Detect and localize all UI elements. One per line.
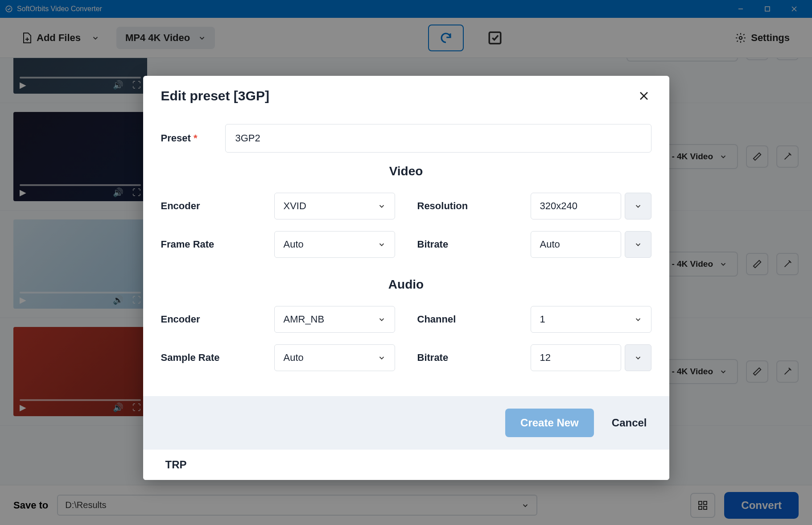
audio-section-title: Audio <box>161 277 651 292</box>
cancel-button[interactable]: Cancel <box>607 409 651 437</box>
audio-bitrate-label: Bitrate <box>417 352 520 364</box>
channel-label: Channel <box>417 314 520 325</box>
edit-preset-modal: Edit preset [3GP] Preset * Video Encoder… <box>143 76 669 480</box>
framerate-label: Frame Rate <box>161 239 264 250</box>
samplerate-value: Auto <box>284 352 304 364</box>
framerate-select[interactable]: Auto <box>274 231 395 258</box>
create-new-button[interactable]: Create New <box>505 409 594 437</box>
video-encoder-select[interactable]: XVID <box>274 193 395 219</box>
samplerate-label: Sample Rate <box>161 352 264 364</box>
video-encoder-value: XVID <box>284 200 306 212</box>
audio-bitrate-select[interactable]: 12 <box>531 344 621 371</box>
audio-encoder-value: AMR_NB <box>284 314 325 325</box>
close-icon[interactable] <box>636 88 651 103</box>
resolution-expand-button[interactable] <box>625 193 651 219</box>
video-bitrate-value: Auto <box>540 239 560 250</box>
channel-value: 1 <box>540 314 545 325</box>
audio-bitrate-value: 12 <box>540 352 551 364</box>
audio-encoder-select[interactable]: AMR_NB <box>274 306 395 333</box>
modal-title: Edit preset [3GP] <box>161 88 269 103</box>
preset-name-input[interactable] <box>225 124 651 153</box>
modal-overlay: Edit preset [3GP] Preset * Video Encoder… <box>0 0 812 525</box>
video-encoder-label: Encoder <box>161 200 264 212</box>
video-bitrate-label: Bitrate <box>417 239 520 250</box>
format-dropdown-item[interactable]: TRP <box>143 450 669 480</box>
video-bitrate-expand-button[interactable] <box>625 231 651 258</box>
video-bitrate-select[interactable]: Auto <box>531 231 621 258</box>
resolution-value: 320x240 <box>540 200 577 212</box>
samplerate-select[interactable]: Auto <box>274 344 395 371</box>
channel-select[interactable]: 1 <box>531 306 651 333</box>
video-section-title: Video <box>161 164 651 178</box>
audio-encoder-label: Encoder <box>161 314 264 325</box>
resolution-label: Resolution <box>417 200 520 212</box>
preset-label: Preset * <box>161 132 214 144</box>
framerate-value: Auto <box>284 239 304 250</box>
audio-bitrate-expand-button[interactable] <box>625 344 651 371</box>
resolution-select[interactable]: 320x240 <box>531 193 621 219</box>
